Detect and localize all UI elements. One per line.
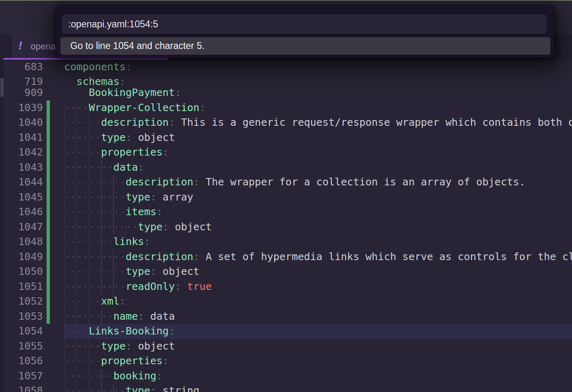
line-number: 683 (0, 60, 43, 75)
code-line[interactable]: 1049description: A set of hypermedia lin… (0, 249, 572, 265)
code-line[interactable]: 1053name: data (0, 309, 572, 324)
code-line[interactable]: 683components: (0, 60, 572, 75)
line-number: 1055 (0, 339, 43, 354)
code-text: readOnly: true (126, 279, 212, 294)
line-number: 1048 (0, 234, 43, 249)
code-line[interactable]: 1040description: This is a generic reque… (0, 115, 572, 130)
code-line[interactable]: 1047type: object (0, 220, 572, 235)
code-text: properties: (101, 354, 169, 369)
indent-whitespace (64, 249, 126, 265)
line-number: 1046 (0, 205, 43, 220)
line-number: 1053 (0, 309, 43, 324)
code-line[interactable]: 1045type: array (0, 190, 572, 205)
line-number: 1047 (0, 220, 43, 235)
code-text: name: data (113, 309, 175, 324)
goto-line-dialog: Go to line 1054 and character 5. (56, 6, 554, 58)
indent-whitespace (64, 234, 113, 249)
goto-line-suggestion[interactable]: Go to line 1054 and character 5. (60, 37, 550, 55)
code-line[interactable]: 1039Wrapper-Collection: (0, 100, 572, 116)
line-number: 1045 (0, 190, 43, 205)
indent-whitespace (64, 115, 101, 130)
code-line[interactable]: 1058type: string (0, 383, 572, 392)
code-line-active[interactable]: 1054Links-Booking: (0, 324, 572, 339)
line-number: 1042 (0, 145, 43, 160)
code-text: booking: (113, 369, 162, 384)
indent-whitespace (64, 100, 89, 116)
code-line[interactable]: 1048links: (0, 234, 572, 249)
code-text: type: object (101, 339, 175, 354)
line-number: 1054 (0, 324, 43, 339)
code-text: description: A set of hypermedia links w… (126, 249, 572, 265)
indent-whitespace (64, 354, 101, 369)
line-number: 1058 (0, 383, 43, 392)
code-text: data: (113, 160, 144, 175)
line-number: 1040 (0, 115, 43, 130)
code-line[interactable]: 1050type: object (0, 264, 572, 279)
code-line[interactable]: 1051readOnly: true (0, 279, 572, 294)
code-text: BookingPayment: (89, 85, 181, 100)
code-line[interactable]: 1041type: object (0, 130, 572, 145)
line-number: 1049 (0, 249, 43, 265)
line-number: 909 (0, 85, 43, 100)
line-number: 1051 (0, 279, 43, 294)
code-text: Wrapper-Collection: (89, 100, 206, 116)
code-text: Links-Booking: (89, 324, 175, 339)
indent-whitespace (64, 369, 113, 384)
line-number: 1043 (0, 160, 43, 175)
code-text: xml: (101, 294, 125, 309)
code-text: description: This is a generic request/r… (101, 115, 572, 130)
indent-whitespace (64, 205, 126, 220)
code-line[interactable]: 1042properties: (0, 145, 572, 160)
indent-whitespace (64, 160, 113, 175)
indent-whitespace (64, 130, 101, 145)
indent-whitespace (64, 383, 126, 392)
indent-whitespace (64, 294, 101, 309)
code-line[interactable]: 1055type: object (0, 339, 572, 354)
code-text: type: object (101, 130, 175, 145)
line-number: 1056 (0, 354, 43, 369)
code-text: links: (113, 234, 150, 249)
indent-whitespace (64, 264, 126, 279)
code-line[interactable]: 1052xml: (0, 294, 572, 309)
line-number: 1039 (0, 100, 43, 116)
diagnostic-error-icon: ! (18, 40, 22, 52)
code-line[interactable]: 1056properties: (0, 354, 572, 369)
indent-whitespace (64, 279, 126, 294)
indent-whitespace (64, 220, 138, 235)
zed-editor-window: { "tab_bar": { "active_tab": { "status_i… (0, 0, 572, 392)
code-text: description: The wrapper for a collectio… (126, 175, 525, 190)
line-number: 1044 (0, 175, 43, 190)
code-text: items: (126, 205, 163, 220)
indent-whitespace (64, 175, 126, 190)
editor-pane[interactable]: 683components:719schemas:909BookingPayme… (0, 60, 572, 392)
code-text: type: string (126, 383, 200, 392)
code-lines: 683components:719schemas:909BookingPayme… (0, 60, 572, 392)
line-number: 1050 (0, 264, 43, 279)
code-line[interactable]: 1044description: The wrapper for a colle… (0, 175, 572, 190)
code-line[interactable]: 1046items: (0, 205, 572, 220)
code-text: components: (64, 60, 132, 75)
code-line[interactable]: 1057booking: (0, 369, 572, 384)
left-rail-thumb (0, 78, 4, 97)
line-number: 1041 (0, 130, 43, 145)
left-rail (0, 60, 4, 392)
indent-whitespace (64, 309, 113, 324)
goto-line-input[interactable] (62, 15, 546, 33)
indent-whitespace (64, 145, 101, 160)
indent-whitespace (64, 324, 89, 339)
indent-whitespace (64, 339, 101, 354)
line-number: 1057 (0, 369, 43, 384)
code-text: type: object (126, 264, 200, 279)
code-line[interactable]: 1043data: (0, 160, 572, 175)
code-text: type: object (138, 220, 212, 235)
code-line[interactable]: 909BookingPayment: (0, 85, 572, 100)
code-text: type: array (126, 190, 194, 205)
line-number: 1052 (0, 294, 43, 309)
indent-whitespace (64, 85, 89, 100)
indent-whitespace (64, 190, 126, 205)
code-text: properties: (101, 145, 169, 160)
